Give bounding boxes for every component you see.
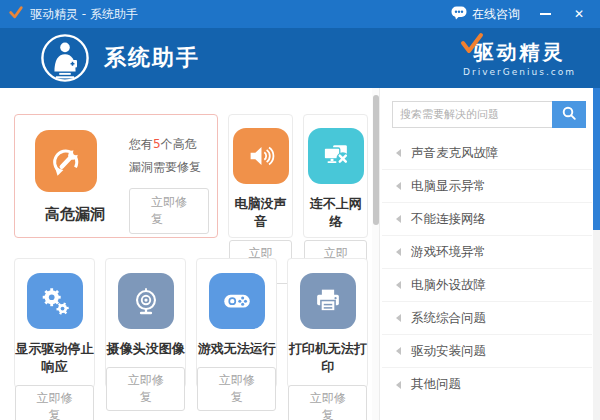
alert-text-line2: 漏洞需要修复 bbox=[129, 158, 209, 176]
card-title: 摄像头没图像 bbox=[106, 340, 185, 358]
minimize-icon bbox=[540, 13, 551, 15]
fix-now-button[interactable]: 立即修复 bbox=[197, 367, 276, 411]
faq-item-driver-install[interactable]: 驱动安装问题 bbox=[382, 335, 592, 368]
brand-domain: DriverGenius.com bbox=[463, 67, 576, 77]
card-high-risk[interactable]: 高危漏洞 您有5个高危 漏洞需要修复 立即修复 bbox=[14, 114, 218, 238]
faq-item-peripherals[interactable]: 电脑外设故障 bbox=[382, 269, 592, 302]
gears-icon bbox=[27, 273, 83, 329]
page-header: 系统助手 驱动精灵 DriverGenius.com bbox=[0, 28, 600, 88]
collapse-arrow-icon bbox=[396, 149, 401, 157]
collapse-arrow-icon bbox=[396, 215, 401, 223]
faq-sidebar: 声音麦克风故障 电脑显示异常 不能连接网络 游戏环境异常 电脑外设故障 bbox=[379, 88, 600, 420]
online-support-label: 在线咨询 bbox=[472, 6, 520, 23]
card-no-network[interactable]: 连不上网络 立即修复 bbox=[303, 114, 368, 238]
card-webcam[interactable]: 摄像头没图像 立即修复 bbox=[105, 258, 186, 388]
alert-count: 5 bbox=[153, 137, 161, 151]
card-game[interactable]: 游戏无法运行 立即修复 bbox=[196, 258, 277, 388]
main-scrollbar[interactable] bbox=[372, 88, 379, 420]
speaker-icon bbox=[233, 128, 289, 184]
card-title: 游戏无法运行 bbox=[197, 340, 276, 358]
webcam-icon bbox=[118, 273, 174, 329]
faq-item-other[interactable]: 其他问题 bbox=[382, 368, 592, 401]
fix-now-button[interactable]: 立即修复 bbox=[129, 188, 209, 234]
close-button[interactable]: ✕ bbox=[564, 2, 594, 26]
brand-check-icon bbox=[459, 32, 485, 61]
brand-logo: 驱动精灵 DriverGenius.com bbox=[463, 39, 582, 77]
card-title: 显示驱动停止响应 bbox=[15, 340, 94, 376]
card-no-sound[interactable]: 电脑没声音 立即修复 bbox=[228, 114, 293, 238]
online-support-button[interactable]: 在线咨询 bbox=[445, 4, 526, 25]
search-icon bbox=[561, 105, 577, 124]
collapse-arrow-icon bbox=[396, 347, 401, 355]
card-title: 电脑没声音 bbox=[229, 195, 292, 231]
brand-name: 驱动精灵 bbox=[463, 39, 576, 66]
app-logo-check-icon bbox=[8, 5, 24, 24]
sidebar-scrollbar-thumb[interactable] bbox=[593, 88, 600, 230]
collapse-arrow-icon bbox=[396, 248, 401, 256]
alert-text-line1: 您有5个高危 bbox=[129, 135, 209, 153]
collapse-arrow-icon bbox=[396, 314, 401, 322]
collapse-arrow-icon bbox=[396, 281, 401, 289]
card-printer[interactable]: 打印机无法打印 立即修复 bbox=[287, 258, 368, 388]
faq-item-network[interactable]: 不能连接网络 bbox=[382, 203, 592, 236]
search-input[interactable] bbox=[392, 101, 552, 128]
page-title: 系统助手 bbox=[104, 43, 200, 73]
faq-item-display[interactable]: 电脑显示异常 bbox=[382, 170, 592, 203]
collapse-arrow-icon bbox=[396, 182, 401, 190]
faq-item-system[interactable]: 系统综合问题 bbox=[382, 302, 592, 335]
search-button[interactable] bbox=[552, 101, 586, 128]
card-display-driver[interactable]: 显示驱动停止响应 立即修复 bbox=[14, 258, 95, 388]
faq-list: 声音麦克风故障 电脑显示异常 不能连接网络 游戏环境异常 电脑外设故障 bbox=[382, 137, 592, 401]
fix-now-button[interactable]: 立即修复 bbox=[15, 385, 94, 420]
card-title: 打印机无法打印 bbox=[288, 340, 367, 376]
assistant-person-icon bbox=[40, 33, 90, 83]
title-bar: 驱动精灵 - 系统助手 在线咨询 ✕ bbox=[0, 0, 600, 28]
fix-now-button[interactable]: 立即修复 bbox=[288, 385, 367, 420]
search-box bbox=[392, 101, 586, 128]
app-window: 驱动精灵 - 系统助手 在线咨询 ✕ bbox=[0, 0, 600, 420]
window-title: 驱动精灵 - 系统助手 bbox=[30, 6, 138, 23]
printer-icon bbox=[300, 273, 356, 329]
card-title: 高危漏洞 bbox=[27, 205, 123, 224]
close-icon: ✕ bbox=[574, 8, 584, 20]
network-error-icon bbox=[308, 128, 364, 184]
chat-bubble-icon bbox=[451, 6, 467, 23]
repair-wrench-icon bbox=[35, 130, 97, 192]
fix-now-button[interactable]: 立即修复 bbox=[106, 367, 185, 411]
gamepad-icon bbox=[209, 273, 265, 329]
faq-item-game-env[interactable]: 游戏环境异常 bbox=[382, 236, 592, 269]
sidebar-scrollbar[interactable] bbox=[593, 88, 600, 420]
collapse-arrow-icon bbox=[396, 381, 401, 389]
faq-item-audio[interactable]: 声音麦克风故障 bbox=[382, 137, 592, 170]
minimize-button[interactable] bbox=[530, 2, 560, 26]
card-title: 连不上网络 bbox=[304, 195, 367, 231]
main-content: 高危漏洞 您有5个高危 漏洞需要修复 立即修复 bbox=[0, 88, 372, 420]
